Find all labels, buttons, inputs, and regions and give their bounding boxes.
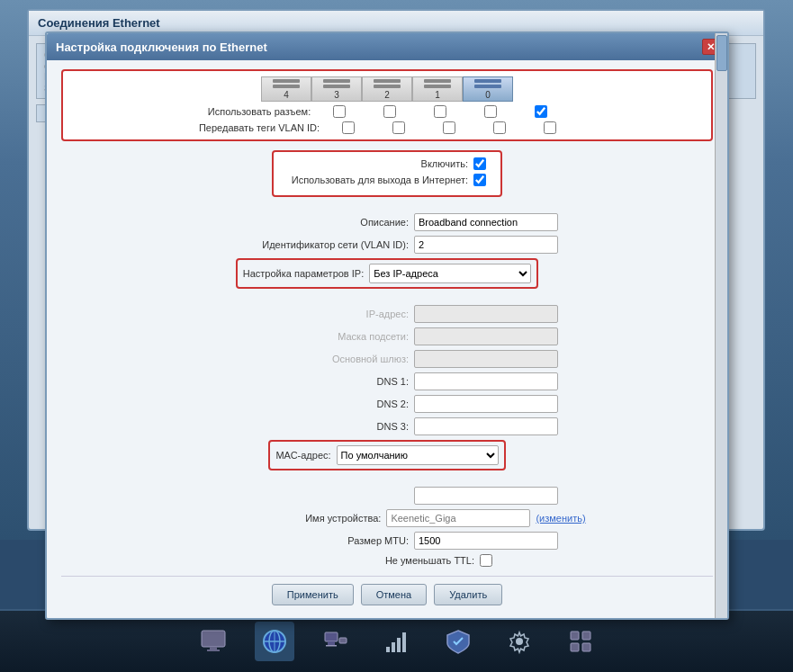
- port-bar-active: [474, 85, 501, 88]
- svg-rect-13: [397, 638, 401, 652]
- vlan-1-checkbox[interactable]: [493, 121, 506, 134]
- mac-custom-row: [61, 487, 713, 505]
- ip-address-input[interactable]: [414, 305, 558, 323]
- port-check-3: [365, 105, 415, 118]
- subnet-mask-label: Маска подсети:: [216, 331, 414, 342]
- ip-address-row: IP-адрес:: [61, 305, 713, 323]
- port-tab-4[interactable]: 4: [261, 76, 311, 102]
- subnet-mask-row: Маска подсети:: [61, 327, 713, 345]
- cancel-button[interactable]: Отмена: [361, 584, 427, 605]
- apply-button[interactable]: Применить: [272, 584, 354, 605]
- svg-rect-11: [386, 647, 390, 652]
- port-bar: [374, 85, 401, 88]
- enable-section: Включить: Использовать для выхода в Инте…: [272, 150, 502, 197]
- scrollbar-thumb: [716, 35, 727, 71]
- port-bar: [374, 79, 401, 83]
- mac-select[interactable]: По умолчанию Клонировать Другой: [337, 445, 499, 465]
- dns2-label: DNS 2:: [216, 399, 414, 409]
- enable-checkbox[interactable]: [473, 157, 486, 170]
- gateway-row: Основной шлюз:: [61, 350, 713, 368]
- subnet-mask-input[interactable]: [414, 327, 558, 345]
- taskbar-shield[interactable]: [438, 622, 478, 661]
- delete-button[interactable]: Удалить: [434, 584, 502, 605]
- internet-row: Использовать для выхода в Интернет:: [288, 174, 486, 186]
- vlan-check-2: [424, 121, 474, 134]
- device-name-label: Имя устройства:: [188, 513, 386, 524]
- svg-rect-10: [326, 645, 337, 647]
- taskbar-signal[interactable]: [377, 622, 417, 661]
- port-section: 4 3: [61, 69, 713, 141]
- mtu-row: Размер MTU:: [61, 532, 713, 550]
- use-port-label: Использовать разъем:: [208, 106, 311, 117]
- svg-rect-14: [402, 632, 406, 652]
- svg-rect-8: [339, 638, 347, 643]
- mac-label: МАС-адрес:: [275, 450, 330, 461]
- port-2-label: 2: [384, 90, 390, 100]
- vlan-label: Передавать теги VLAN ID:: [199, 122, 320, 133]
- taskbar-settings[interactable]: [500, 622, 539, 661]
- change-device-name-link[interactable]: (изменить): [536, 513, 585, 524]
- svg-rect-7: [325, 632, 338, 641]
- vlan-3-checkbox[interactable]: [392, 121, 405, 134]
- modal-overlay: Настройка подключения по Ethernet ✕ 4: [45, 31, 729, 535]
- port-2-icon: 2: [374, 79, 401, 100]
- dns3-input[interactable]: [414, 417, 558, 435]
- port-check-1: [465, 105, 516, 118]
- vlan-check-0: [525, 121, 575, 134]
- port-0-checkbox[interactable]: [535, 105, 547, 118]
- port-tabs: 4 3: [261, 76, 513, 102]
- taskbar-apps[interactable]: [561, 622, 600, 661]
- dns3-row: DNS 3:: [61, 417, 713, 435]
- port-bar: [323, 79, 350, 83]
- port-4-icon: 4: [273, 79, 300, 100]
- description-input[interactable]: [414, 213, 558, 231]
- port-1-checkbox[interactable]: [484, 105, 497, 118]
- port-tab-1[interactable]: 1: [412, 76, 463, 102]
- port-0-icon: 0: [474, 79, 501, 100]
- port-tab-2[interactable]: 2: [362, 76, 412, 102]
- use-port-row: Использовать разъем:: [72, 105, 702, 118]
- port-3-icon: 3: [323, 79, 350, 100]
- internet-checkbox[interactable]: [473, 174, 486, 186]
- mac-section: МАС-адрес: По умолчанию Клонировать Друг…: [268, 440, 505, 470]
- gateway-input[interactable]: [414, 350, 558, 368]
- vlan-check-1: [474, 121, 525, 134]
- taskbar-monitor[interactable]: [194, 622, 233, 661]
- dns1-row: DNS 1:: [61, 372, 713, 390]
- device-name-input[interactable]: [386, 509, 530, 527]
- vlan-id-input[interactable]: [414, 236, 558, 254]
- svg-rect-12: [392, 642, 395, 652]
- port-4-label: 4: [284, 90, 289, 100]
- port-tab-3[interactable]: 3: [311, 76, 362, 102]
- gateway-label: Основной шлюз:: [216, 354, 414, 364]
- outer-title-text: Соединения Ethernet: [38, 16, 160, 30]
- port-3-checkbox[interactable]: [383, 105, 396, 118]
- svg-rect-1: [210, 647, 217, 650]
- port-tab-0[interactable]: 0: [463, 76, 513, 102]
- vlan-row: Передавать теги VLAN ID:: [72, 121, 702, 134]
- modal-title-bar: Настройка подключения по Ethernet ✕: [47, 33, 727, 60]
- description-row: Описание:: [61, 213, 713, 231]
- vlan-id-label: Идентификатор сети (VLAN ID):: [216, 239, 414, 250]
- mtu-input[interactable]: [414, 532, 558, 550]
- mac-custom-input[interactable]: [414, 487, 558, 505]
- svg-rect-18: [571, 643, 579, 651]
- port-4-checkbox[interactable]: [333, 105, 346, 118]
- enable-section-wrapper: Включить: Использовать для выхода в Инте…: [61, 150, 713, 206]
- dns2-input[interactable]: [414, 395, 558, 413]
- vlan-4-checkbox[interactable]: [342, 121, 355, 134]
- svg-rect-17: [582, 632, 590, 640]
- dns1-input[interactable]: [414, 372, 558, 390]
- port-2-checkbox[interactable]: [434, 105, 446, 118]
- port-bar: [273, 79, 300, 83]
- ip-config-select[interactable]: Без IP-адреса Автоматически (DHCP) Стати…: [369, 264, 531, 283]
- port-1-icon: 1: [424, 79, 451, 100]
- port-0-label: 0: [485, 90, 491, 100]
- taskbar-globe[interactable]: [255, 622, 294, 661]
- vlan-0-checkbox[interactable]: [544, 121, 556, 134]
- svg-rect-16: [571, 632, 579, 640]
- ttl-checkbox[interactable]: [480, 554, 492, 567]
- taskbar-computer[interactable]: [316, 622, 356, 661]
- scrollbar[interactable]: [715, 33, 727, 618]
- vlan-2-checkbox[interactable]: [443, 121, 455, 134]
